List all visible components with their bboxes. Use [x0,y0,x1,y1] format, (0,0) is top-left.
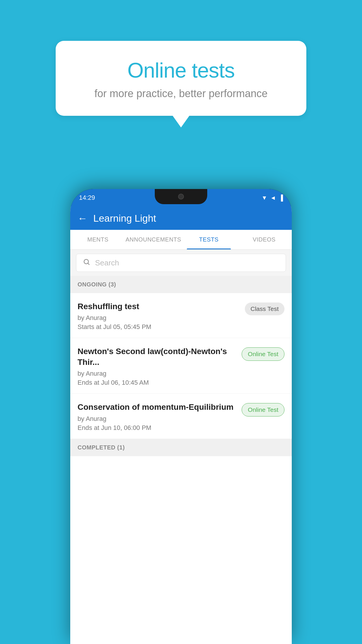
test-item-reshuffling[interactable]: Reshuffling test by Anurag Starts at Jul… [70,293,292,338]
speech-bubble-container: Online tests for more practice, better p… [56,41,306,116]
back-button[interactable]: ← [78,213,87,224]
test-item-newton[interactable]: Newton's Second law(contd)-Newton's Thir… [70,338,292,394]
test-info: Newton's Second law(contd)-Newton's Thir… [78,346,237,386]
test-title: Conservation of momentum-Equilibrium [78,402,237,412]
camera [178,194,184,200]
test-time: Starts at Jul 05, 05:45 PM [78,323,240,331]
test-info: Reshuffling test by Anurag Starts at Jul… [78,301,240,331]
phone-frame: 14:29 ▼ ◄ ▐ ← Learning Light MENTS ANNOU… [70,189,292,644]
svg-point-0 [84,259,88,264]
notch [155,189,207,204]
search-placeholder: Search [95,258,119,267]
status-icons: ▼ ◄ ▐ [261,195,283,201]
tab-videos[interactable]: VIDEOS [236,230,292,249]
test-time: Ends at Jul 06, 10:45 AM [78,379,237,386]
test-by: by Anurag [78,314,240,322]
speech-bubble: Online tests for more practice, better p… [56,41,306,116]
search-bar[interactable]: Search [76,254,286,272]
battery-icon: ▐ [279,195,283,201]
test-title: Newton's Second law(contd)-Newton's Thir… [78,346,237,368]
app-bar: ← Learning Light [70,206,292,230]
phone-screen: ← Learning Light MENTS ANNOUNCEMENTS TES… [70,206,292,644]
test-by: by Anurag [78,415,237,423]
search-container: Search [70,250,292,276]
signal-icon: ◄ [270,195,276,201]
test-title: Reshuffling test [78,301,240,312]
test-time: Ends at Jun 10, 06:00 PM [78,424,237,432]
svg-line-1 [88,263,89,265]
completed-section-header: COMPLETED (1) [70,439,292,456]
bubble-title: Online tests [76,58,286,82]
test-item-conservation[interactable]: Conservation of momentum-Equilibrium by … [70,394,292,439]
test-info: Conservation of momentum-Equilibrium by … [78,402,237,431]
online-test-badge: Online Test [242,347,284,361]
ongoing-section-header: ONGOING (3) [70,276,292,293]
tabs-bar: MENTS ANNOUNCEMENTS TESTS VIDEOS [70,230,292,250]
status-time: 14:29 [79,194,95,202]
tab-announcements[interactable]: ANNOUNCEMENTS [126,230,181,249]
search-icon [83,258,90,268]
test-list: Reshuffling test by Anurag Starts at Jul… [70,293,292,439]
bubble-subtitle: for more practice, better performance [76,88,286,100]
online-test-badge-2: Online Test [242,403,284,416]
wifi-icon: ▼ [261,195,267,201]
tab-ments[interactable]: MENTS [70,230,126,249]
test-by: by Anurag [78,370,237,377]
app-bar-title: Learning Light [93,213,156,224]
class-test-badge: Class Test [245,302,284,315]
tab-tests[interactable]: TESTS [181,230,237,249]
